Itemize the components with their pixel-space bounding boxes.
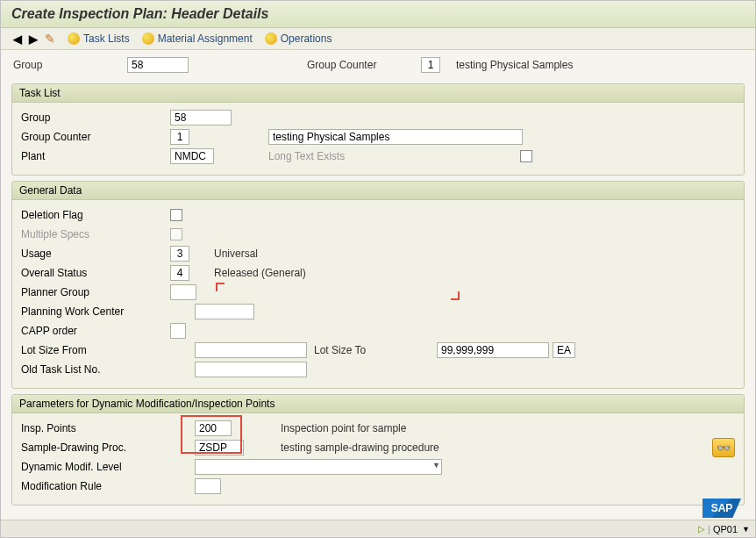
group-counter-input[interactable] [421,57,440,73]
title-bar: Create Inspection Plan: Header Details [1,1,755,28]
overall-status-desc: Released (General) [214,267,306,279]
forward-arrow-icon[interactable]: ▶ [29,32,38,46]
statusbar: ▷ | QP01 ▼ [1,520,755,537]
task-list-panel-header: Task List [12,84,744,103]
lot-size-to-label: Lot Size To [314,344,437,356]
dynamic-modif-input[interactable] [195,459,442,475]
header-row: Group Group Counter testing Physical Sam… [1,50,755,80]
tl-plant-label: Plant [21,150,170,162]
planner-group-label: Planner Group [21,286,170,298]
tl-group-counter-label: Group Counter [21,131,170,143]
dynamic-modif-label: Dynamic Modif. Level [21,461,170,473]
tl-long-text-checkbox[interactable] [520,150,532,162]
parameters-panel-header: Parameters for Dynamic Modification/Insp… [12,395,744,413]
back-arrow-icon[interactable]: ◀ [13,32,22,46]
usage-desc: Universal [214,247,258,260]
glasses-button[interactable]: 👓 [712,438,735,457]
dynamic-modif-dropdown[interactable]: ▼ [195,459,442,475]
operations-label: Operations [281,32,332,45]
page-title: Create Inspection Plan: Header Details [11,6,268,21]
lot-size-from-label: Lot Size From [21,344,170,356]
planner-group-input[interactable] [170,284,196,300]
insp-points-label: Insp. Points [21,422,170,434]
task-list-panel: Task List Group Group Counter Plant Long… [11,83,745,176]
old-task-list-no-label: Old Task List No. [21,363,170,376]
lot-size-to-input[interactable] [437,342,549,358]
task-lists-button[interactable]: Task Lists [68,32,130,45]
toolbar: ◀ ▶ ✎ Task Lists Material Assignment Ope… [1,28,755,50]
operations-icon [265,32,277,45]
task-lists-label: Task Lists [83,32,130,45]
old-task-list-no-input[interactable] [195,362,307,377]
edit-pencil-icon[interactable]: ✎ [45,32,55,46]
tl-group-label: Group [21,111,170,124]
material-assignment-icon [142,32,154,45]
lot-size-from-input[interactable] [195,342,307,358]
insp-points-desc: Inspection point for sample [281,422,406,434]
group-counter-desc: testing Physical Samples [456,59,573,71]
material-assignment-label: Material Assignment [158,32,253,45]
tl-long-text-label: Long Text Exists [268,150,345,162]
nav-group: ◀ ▶ ✎ [13,32,55,46]
operations-button[interactable]: Operations [265,32,332,45]
modification-rule-input[interactable] [195,478,221,494]
usage-input[interactable] [170,246,189,262]
multiple-specs-checkbox [170,228,182,240]
multiple-specs-label: Multiple Specs [21,228,170,240]
insp-points-input[interactable] [195,420,232,436]
parameters-panel: Parameters for Dynamic Modification/Insp… [11,394,745,506]
material-assignment-button[interactable]: Material Assignment [142,32,253,45]
sample-drawing-input[interactable] [195,440,244,456]
overall-status-label: Overall Status [21,267,170,279]
status-play-icon[interactable]: ▷ [698,524,705,534]
planning-work-center-input[interactable] [195,304,254,319]
group-label: Group [13,59,118,71]
general-data-panel: General Data Deletion Flag Multiple Spec… [11,181,745,389]
group-counter-label: Group Counter [307,59,412,71]
tl-desc-input[interactable] [268,129,523,145]
tl-group-counter-input[interactable] [170,129,189,145]
transaction-code: QP01 [713,524,738,534]
capp-order-input[interactable] [170,323,186,339]
tl-group-input[interactable] [170,110,232,126]
bracket-br-icon [451,291,460,300]
sample-drawing-desc: testing sample-drawing procedure [281,441,439,454]
dropdown-marker-icon[interactable]: ▼ [742,525,750,534]
sample-drawing-label: Sample-Drawing Proc. [21,441,170,454]
lot-unit-input[interactable] [553,342,575,358]
bracket-tl-icon [216,283,225,291]
overall-status-input[interactable] [170,265,189,281]
general-data-panel-header: General Data [12,182,744,200]
deletion-flag-checkbox[interactable] [170,209,182,221]
deletion-flag-label: Deletion Flag [21,209,170,221]
planning-work-center-label: Planning Work Center [21,305,170,318]
separator: | [708,524,710,534]
usage-label: Usage [21,247,170,260]
capp-order-label: CAPP order [21,325,170,337]
modification-rule-label: Modification Rule [21,480,170,492]
task-lists-icon [68,32,80,45]
group-input[interactable] [127,57,189,73]
sap-logo: SAP [703,499,741,518]
tl-plant-input[interactable] [170,148,214,164]
